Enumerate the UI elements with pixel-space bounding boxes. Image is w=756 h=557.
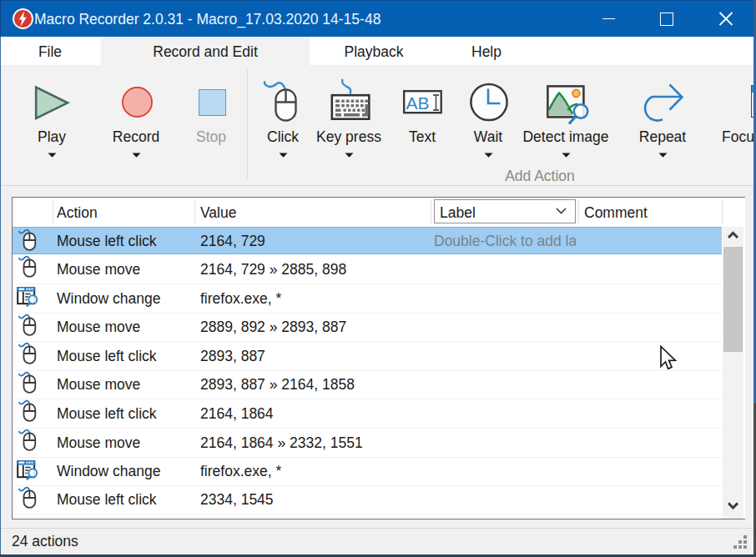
svg-text:AB: AB [406,93,430,113]
